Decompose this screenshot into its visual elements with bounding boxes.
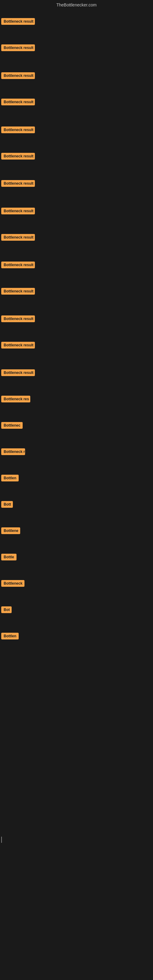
bottleneck-badge-5[interactable]: Bottleneck result xyxy=(1,126,35,133)
bottleneck-item-17[interactable]: Bottleneck r xyxy=(1,449,25,456)
bottleneck-badge-24[interactable]: Bottlen xyxy=(1,633,19,640)
bottleneck-item-21[interactable]: Bottle xyxy=(1,554,16,562)
bottleneck-item-6[interactable]: Bottleneck result xyxy=(1,153,35,161)
bottleneck-badge-4[interactable]: Bottleneck result xyxy=(1,99,35,105)
bottleneck-badge-23[interactable]: Bot xyxy=(1,606,12,613)
bottleneck-badge-10[interactable]: Bottleneck result xyxy=(1,261,35,268)
bottleneck-item-18[interactable]: Bottlen xyxy=(1,475,19,483)
bottleneck-item-15[interactable]: Bottleneck res xyxy=(1,396,30,404)
bottleneck-item-10[interactable]: Bottleneck result xyxy=(1,261,35,269)
bottleneck-badge-14[interactable]: Bottleneck result xyxy=(1,369,35,376)
bottleneck-item-24[interactable]: Bottlen xyxy=(1,633,19,641)
bottleneck-item-9[interactable]: Bottleneck result xyxy=(1,234,35,242)
bottleneck-item-2[interactable]: Bottleneck result xyxy=(1,45,35,52)
bottleneck-badge-2[interactable]: Bottleneck result xyxy=(1,45,35,51)
bottleneck-item-16[interactable]: Bottlenec xyxy=(1,422,22,430)
bottleneck-item-11[interactable]: Bottleneck result xyxy=(1,288,35,296)
bottleneck-badge-19[interactable]: Bott xyxy=(1,501,13,508)
bottleneck-item-19[interactable]: Bott xyxy=(1,501,13,509)
bottleneck-item-1[interactable]: Bottleneck result xyxy=(1,18,35,26)
bottleneck-badge-7[interactable]: Bottleneck result xyxy=(1,180,35,187)
bottleneck-item-14[interactable]: Bottleneck result xyxy=(1,369,35,377)
bottleneck-item-5[interactable]: Bottleneck result xyxy=(1,126,35,134)
bottleneck-item-20[interactable]: Bottlene xyxy=(1,527,20,535)
bottleneck-badge-6[interactable]: Bottleneck result xyxy=(1,153,35,159)
bottleneck-item-4[interactable]: Bottleneck result xyxy=(1,99,35,107)
bottleneck-item-3[interactable]: Bottleneck result xyxy=(1,72,35,80)
bottleneck-badge-11[interactable]: Bottleneck result xyxy=(1,288,35,294)
bottleneck-badge-15[interactable]: Bottleneck res xyxy=(1,396,30,402)
bottleneck-badge-8[interactable]: Bottleneck result xyxy=(1,208,35,215)
bottleneck-badge-12[interactable]: Bottleneck result xyxy=(1,315,35,322)
bottleneck-item-13[interactable]: Bottleneck result xyxy=(1,342,35,350)
bottleneck-item-7[interactable]: Bottleneck result xyxy=(1,180,35,188)
bottleneck-item-8[interactable]: Bottleneck result xyxy=(1,208,35,216)
bottleneck-badge-9[interactable]: Bottleneck result xyxy=(1,234,35,241)
bottleneck-badge-22[interactable]: Bottleneck xyxy=(1,580,24,587)
site-title: TheBottlenecker.com xyxy=(0,0,153,10)
bottleneck-badge-13[interactable]: Bottleneck result xyxy=(1,342,35,348)
bottleneck-item-23[interactable]: Bot xyxy=(1,606,12,614)
bottleneck-badge-21[interactable]: Bottle xyxy=(1,554,16,560)
bottleneck-badge-18[interactable]: Bottlen xyxy=(1,475,19,481)
bottleneck-item-12[interactable]: Bottleneck result xyxy=(1,315,35,323)
cursor-line xyxy=(1,837,2,843)
bottleneck-badge-3[interactable]: Bottleneck result xyxy=(1,72,35,79)
bottleneck-badge-16[interactable]: Bottlenec xyxy=(1,422,22,429)
bottleneck-badge-20[interactable]: Bottlene xyxy=(1,527,20,534)
bottleneck-badge-1[interactable]: Bottleneck result xyxy=(1,18,35,25)
bottleneck-item-22[interactable]: Bottleneck xyxy=(1,580,24,588)
bottleneck-badge-17[interactable]: Bottleneck r xyxy=(1,449,25,455)
